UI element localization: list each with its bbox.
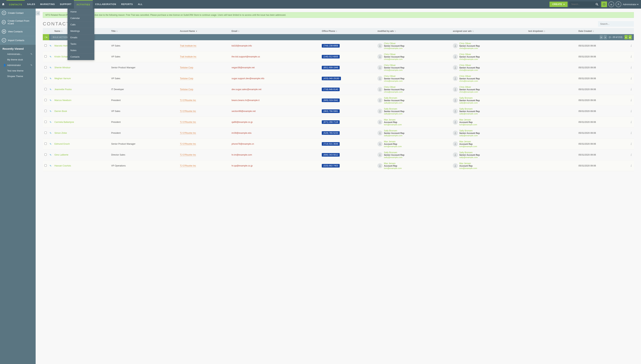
- user-name-link[interactable]: Chris Olliver: [384, 64, 404, 66]
- user-email-link[interactable]: sally@example.com: [384, 134, 404, 136]
- row-edit-icon[interactable]: ✎: [48, 150, 53, 160]
- nav-collaboration[interactable]: COLLABORATION: [93, 0, 119, 8]
- user-name-link[interactable]: Sally Bronsen: [459, 130, 480, 132]
- contact-name-link[interactable]: Darren Book: [54, 110, 67, 112]
- select-all-toggle[interactable]: ☐▾: [43, 34, 49, 40]
- user-name-link[interactable]: Chris Olliver: [459, 53, 480, 56]
- activities-menu-notes[interactable]: Notes: [68, 47, 94, 54]
- page-last[interactable]: ▸|: [628, 35, 632, 39]
- nav-contacts[interactable]: CONTACTS: [7, 0, 25, 8]
- email-link[interactable]: section99@example.net: [232, 110, 256, 112]
- row-checkbox[interactable]: [44, 44, 47, 47]
- col-email[interactable]: Email⇅: [230, 28, 320, 34]
- col-office-phone[interactable]: Office Phone⇅: [320, 28, 376, 34]
- row-edit-icon[interactable]: ✎: [48, 106, 53, 117]
- row-checkbox[interactable]: [44, 110, 47, 112]
- account-link[interactable]: Trait Institute Inc: [180, 56, 196, 58]
- user-name-link[interactable]: Chris Olliver: [459, 86, 480, 88]
- col-title[interactable]: Title⇅: [110, 28, 178, 34]
- info-icon[interactable]: i: [628, 84, 634, 95]
- nav-reports[interactable]: REPORTS: [119, 0, 135, 8]
- notifications-icon[interactable]: [608, 2, 614, 7]
- user-name-link[interactable]: Max Jensen: [384, 118, 402, 121]
- user-email-link[interactable]: tom@example.com: [459, 124, 477, 126]
- row-checkbox[interactable]: [44, 121, 47, 123]
- account-link[interactable]: Tortoise Corp: [180, 66, 193, 69]
- user-email-link[interactable]: chris@example.com: [384, 69, 404, 71]
- account-link[interactable]: Trait Institute Inc: [180, 44, 196, 47]
- side-action-import-contacts[interactable]: Import Contacts: [0, 36, 36, 45]
- recently-viewed-item[interactable]: Administrato...✎: [0, 51, 36, 57]
- user-email-link[interactable]: tom@example.com: [384, 145, 402, 148]
- phone-link[interactable]: (140) 012-6005: [322, 55, 340, 58]
- activities-menu-calendar[interactable]: Calendar: [68, 15, 94, 22]
- user-name-link[interactable]: Max Jensen: [384, 140, 402, 143]
- row-edit-icon[interactable]: ✎: [48, 84, 53, 95]
- user-name-link[interactable]: Sally Bronsen: [384, 151, 404, 154]
- row-edit-icon[interactable]: ✎: [48, 117, 53, 128]
- activities-menu-contacts[interactable]: Contacts: [68, 54, 94, 60]
- recently-viewed-item[interactable]: Test new theme: [0, 68, 36, 74]
- contact-name-link[interactable]: Edmund Enoch: [54, 143, 70, 145]
- user-name-link[interactable]: Chris Olliver: [384, 42, 404, 45]
- row-checkbox[interactable]: [44, 55, 47, 58]
- row-checkbox[interactable]: [44, 142, 47, 145]
- list-search-input[interactable]: [598, 21, 634, 27]
- contact-name-link[interactable]: Carmela Ballantyne: [54, 121, 74, 123]
- phone-link[interactable]: (651) 808-1946: [322, 66, 340, 69]
- phone-link[interactable]: (063) 790-5981: [322, 110, 340, 113]
- nav-sales[interactable]: SALES: [25, 0, 38, 8]
- col-account-name[interactable]: Account Name▼: [178, 28, 230, 34]
- user-name-link[interactable]: Sally Bronsen: [384, 130, 404, 132]
- account-link[interactable]: TJ O'Rourke Inc: [180, 132, 196, 134]
- collapse-sidebar-icon[interactable]: ◁: [36, 11, 40, 16]
- user-name-link[interactable]: Chris Olliver: [384, 53, 404, 56]
- info-icon[interactable]: i: [628, 95, 634, 106]
- phone-link[interactable]: (690) 343-5012: [322, 153, 340, 156]
- pencil-icon[interactable]: ✎: [31, 53, 32, 56]
- user-avatar-icon[interactable]: [615, 2, 621, 7]
- user-email-link[interactable]: sally@example.com: [384, 156, 404, 158]
- user-name-link[interactable]: Sally Bronsen: [459, 108, 480, 110]
- user-name-link[interactable]: Chris Olliver: [459, 64, 480, 66]
- col-assigned-user-adv[interactable]: assigned user adv⇅: [451, 28, 527, 34]
- email-link[interactable]: im39@example.edu: [232, 132, 251, 134]
- row-checkbox[interactable]: [44, 77, 47, 80]
- user-email-link[interactable]: chris@example.com: [384, 58, 404, 60]
- email-link[interactable]: beans.beans.hr@example.it: [232, 99, 260, 102]
- contact-name-link[interactable]: Gino Laliberte: [54, 154, 68, 156]
- phone-link[interactable]: (718) 646-9140: [322, 88, 340, 91]
- nav-all[interactable]: ALL: [135, 0, 145, 8]
- search-icon[interactable]: [594, 2, 600, 7]
- nav-activities[interactable]: ACTIVITIES: [74, 0, 93, 8]
- row-checkbox[interactable]: [44, 88, 47, 90]
- row-checkbox[interactable]: [44, 99, 47, 101]
- email-link[interactable]: the.kid.support@example.us: [232, 56, 260, 58]
- user-name-link[interactable]: Sally Bronsen: [459, 97, 480, 99]
- user-menu[interactable]: Administrator ▾: [623, 3, 638, 6]
- row-edit-icon[interactable]: ✎: [48, 160, 53, 171]
- row-edit-icon[interactable]: ✎: [48, 128, 53, 138]
- info-icon[interactable]: i: [628, 51, 634, 62]
- page-first[interactable]: |◂: [600, 35, 603, 39]
- recent-icon[interactable]: [601, 2, 607, 7]
- info-icon[interactable]: i: [628, 106, 634, 117]
- account-link[interactable]: TJ O'Rourke Inc: [180, 164, 196, 167]
- info-icon[interactable]: i: [628, 128, 634, 138]
- nav-marketing[interactable]: MARKETING: [38, 0, 58, 8]
- user-name-link[interactable]: Chris Olliver: [459, 75, 480, 78]
- info-icon[interactable]: i: [628, 117, 634, 128]
- info-icon[interactable]: i: [628, 160, 634, 171]
- row-edit-icon[interactable]: ✎: [48, 40, 53, 51]
- account-link[interactable]: TJ O'Rourke Inc: [180, 99, 196, 102]
- pencil-icon[interactable]: ✎: [31, 64, 32, 66]
- account-link[interactable]: TJ O'Rourke Inc: [180, 154, 196, 156]
- user-email-link[interactable]: chris@example.com: [459, 47, 480, 49]
- user-email-link[interactable]: chris@example.com: [384, 47, 404, 49]
- phone-link[interactable]: (905) 319-3341: [322, 98, 340, 102]
- user-email-link[interactable]: tom@example.com: [384, 124, 402, 126]
- row-edit-icon[interactable]: ✎: [48, 62, 53, 73]
- user-email-link[interactable]: chris@example.com: [459, 58, 480, 60]
- user-email-link[interactable]: chris@example.com: [384, 80, 404, 82]
- row-edit-icon[interactable]: ✎: [48, 95, 53, 106]
